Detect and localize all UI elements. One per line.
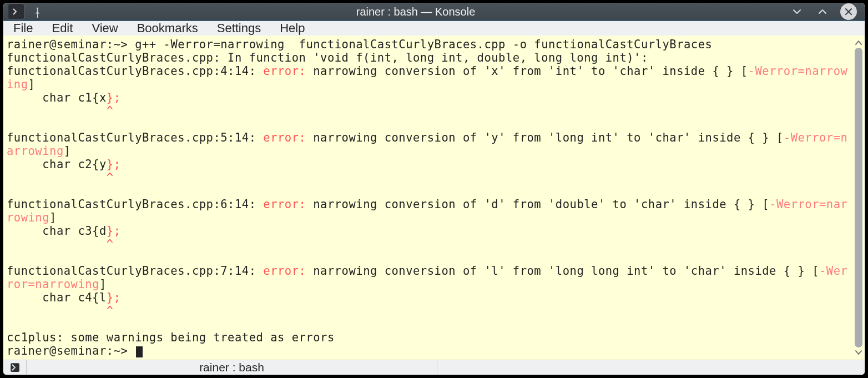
brace-highlight: };: [107, 224, 121, 238]
scroll-up-icon[interactable]: [854, 39, 864, 47]
menu-settings[interactable]: Settings: [217, 21, 261, 36]
error-location: functionalCastCurlyBraces.cpp:5:14:: [7, 131, 263, 144]
code-snippet: char c2{y: [7, 158, 107, 171]
code-snippet: char c3{d: [7, 224, 107, 238]
menu-bookmarks[interactable]: Bookmarks: [137, 21, 198, 36]
tab-active[interactable]: rainer : bash: [27, 360, 437, 375]
konsole-window: rainer : bash — Konsole File Edit View B…: [3, 3, 865, 375]
brace-highlight: };: [107, 158, 121, 171]
bracket-close: ]: [64, 144, 71, 158]
error-location: functionalCastCurlyBraces.cpp:7:14:: [7, 264, 263, 278]
tabbar: rainer : bash: [3, 360, 865, 375]
caret-line: ^: [7, 171, 114, 184]
close-button[interactable]: [840, 3, 857, 20]
menu-view[interactable]: View: [92, 21, 118, 36]
bracket-close: ]: [28, 78, 36, 91]
compile-context: functionalCastCurlyBraces.cpp: In functi…: [7, 51, 648, 64]
menubar: File Edit View Bookmarks Settings Help: [3, 21, 865, 36]
command-text: g++ -Werror=narrowing functionalCastCurl…: [135, 38, 712, 51]
brace-highlight: };: [107, 291, 121, 304]
error-label: error:: [263, 198, 306, 211]
menu-help[interactable]: Help: [280, 21, 305, 36]
error-message: narrowing conversion of 'y' from 'long i…: [306, 131, 783, 144]
caret-line: ^: [7, 238, 114, 251]
error-label: error:: [263, 131, 306, 144]
error-message: narrowing conversion of 'l' from 'long l…: [306, 264, 819, 278]
scrollbar-thumb[interactable]: [855, 48, 862, 347]
code-snippet: char c1{x: [7, 91, 107, 104]
caret-line: ^: [7, 104, 114, 118]
error-label: error:: [263, 264, 306, 278]
tab-label: rainer : bash: [199, 361, 264, 374]
brace-highlight: };: [107, 91, 121, 104]
menu-edit[interactable]: Edit: [52, 21, 73, 36]
scrollbar-track[interactable]: [855, 48, 862, 347]
cursor-block: [136, 346, 143, 357]
scroll-down-icon[interactable]: [854, 349, 864, 356]
footer-message: cc1plus: some warnings being treated as …: [7, 331, 335, 344]
window-title: rainer : bash — Konsole: [47, 6, 785, 18]
titlebar[interactable]: rainer : bash — Konsole: [3, 3, 865, 21]
terminal-area: rainer@seminar:~> g++ -Werror=narrowing …: [3, 36, 865, 360]
prompt: rainer@seminar:~>: [7, 38, 135, 51]
menu-file[interactable]: File: [13, 21, 33, 36]
window-controls: [789, 3, 857, 20]
bracket-close: ]: [99, 278, 107, 291]
pin-icon[interactable]: [30, 6, 42, 18]
error-location: functionalCastCurlyBraces.cpp:6:14:: [7, 198, 263, 211]
bracket-close: ]: [49, 211, 57, 224]
maximize-button[interactable]: [815, 4, 830, 19]
new-tab-button[interactable]: [3, 360, 27, 375]
scrollbar[interactable]: [852, 36, 865, 360]
error-message: narrowing conversion of 'd' from 'double…: [306, 198, 769, 211]
code-snippet: char c4{l: [7, 291, 107, 304]
error-location: functionalCastCurlyBraces.cpp:4:14:: [7, 64, 263, 78]
titlebar-left: [8, 3, 42, 20]
app-menu-icon[interactable]: [8, 3, 24, 20]
error-label: error:: [263, 64, 306, 78]
caret-line: ^: [7, 304, 114, 317]
prompt: rainer@seminar:~>: [7, 344, 135, 357]
error-message: narrowing conversion of 'x' from 'int' t…: [306, 64, 748, 78]
minimize-button[interactable]: [789, 4, 805, 19]
terminal-output[interactable]: rainer@seminar:~> g++ -Werror=narrowing …: [3, 36, 852, 360]
